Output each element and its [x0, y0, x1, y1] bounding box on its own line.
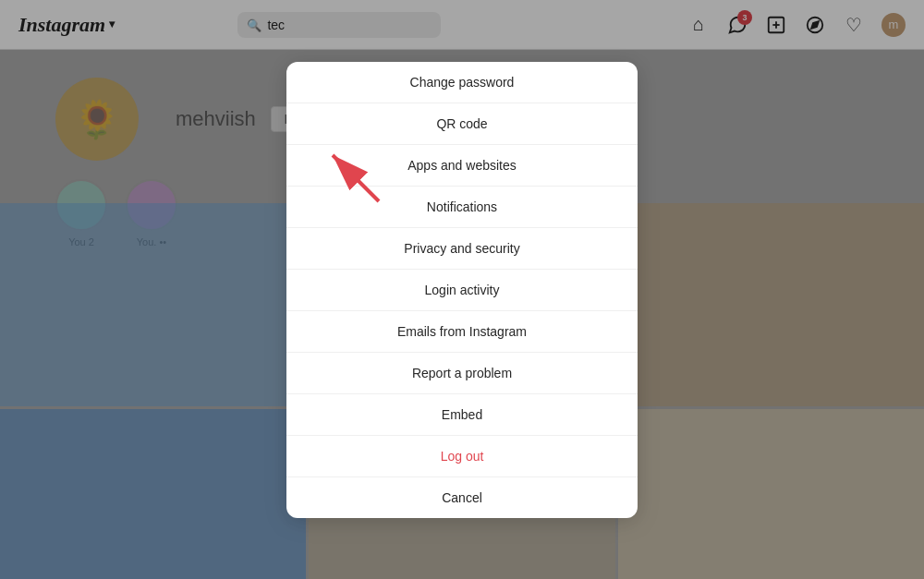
- report-item[interactable]: Report a problem: [286, 353, 638, 394]
- emails-label: Emails from Instagram: [397, 324, 527, 339]
- cancel-item[interactable]: Cancel: [286, 477, 638, 518]
- logout-item[interactable]: Log out: [286, 436, 638, 477]
- change-password-item[interactable]: Change password: [286, 62, 638, 103]
- apps-websites-label: Apps and websites: [407, 158, 517, 173]
- login-activity-item[interactable]: Login activity: [286, 270, 638, 311]
- logout-label: Log out: [441, 449, 484, 464]
- report-label: Report a problem: [412, 366, 512, 380]
- embed-item[interactable]: Embed: [286, 394, 638, 436]
- emails-item[interactable]: Emails from Instagram: [286, 311, 638, 353]
- privacy-security-item[interactable]: Privacy and security: [286, 228, 638, 270]
- qr-code-label: QR code: [436, 116, 487, 131]
- login-activity-label: Login activity: [425, 283, 500, 297]
- settings-modal: Change password QR code Apps and website…: [286, 62, 638, 518]
- red-arrow-indicator: [296, 137, 388, 211]
- embed-label: Embed: [442, 407, 482, 422]
- change-password-label: Change password: [410, 75, 515, 90]
- svg-line-6: [333, 155, 379, 201]
- notifications-label: Notifications: [427, 199, 497, 214]
- cancel-label: Cancel: [442, 490, 482, 505]
- privacy-security-label: Privacy and security: [404, 241, 519, 256]
